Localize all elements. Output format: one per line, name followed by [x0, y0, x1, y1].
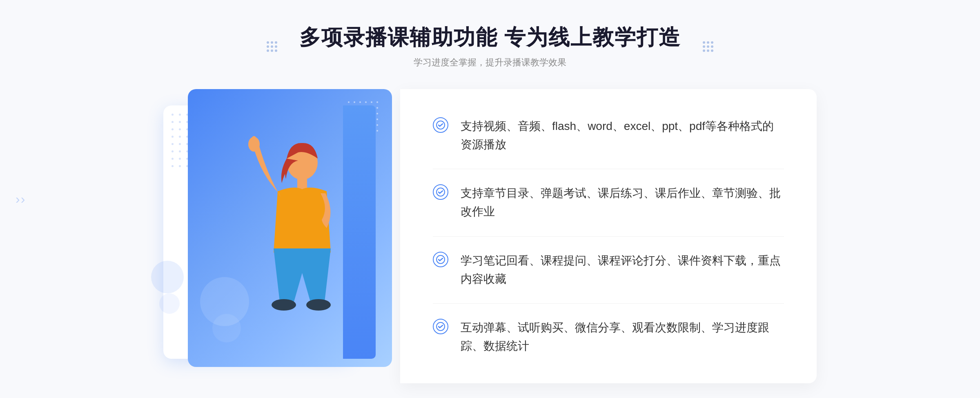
feature-text-2: 支持章节目录、弹题考试、课后练习、课后作业、章节测验、批改作业 — [461, 184, 784, 221]
divider-1 — [433, 169, 784, 169]
illustration-panel: ✦ ✦ — [163, 89, 400, 375]
feature-text-3: 学习笔记回看、课程提问、课程评论打分、课件资料下载，重点内容收藏 — [461, 252, 784, 288]
main-title: 多项录播课辅助功能 专为线上教学打造 — [299, 25, 681, 50]
svg-point-4 — [272, 299, 296, 311]
page-header: 多项录播课辅助功能 专为线上教学打造 学习进度全掌握，提升录播课教学效果 — [299, 25, 681, 69]
page-container: 多项录播课辅助功能 专为线上教学打造 学习进度全掌握，提升录播课教学效果 › › — [0, 0, 980, 398]
svg-point-5 — [306, 299, 331, 311]
feature-item-1: 支持视频、音频、flash、word、excel、ppt、pdf等各种格式的资源… — [433, 109, 784, 162]
features-panel: 支持视频、音频、flash、word、excel、ppt、pdf等各种格式的资源… — [400, 89, 817, 383]
content-area: ✦ ✦ — [163, 89, 817, 383]
header-dots-left — [267, 41, 277, 52]
divider-3 — [433, 303, 784, 304]
feature-item-4: 互动弹幕、试听购买、微信分享、观看次数限制、学习进度跟踪、数据统计 — [433, 311, 784, 364]
svg-rect-3 — [252, 136, 256, 148]
feature-item-2: 支持章节目录、弹题考试、课后练习、课后作业、章节测验、批改作业 — [433, 176, 784, 229]
feature-text-4: 互动弹幕、试听购买、微信分享、观看次数限制、学习进度跟踪、数据统计 — [461, 319, 784, 356]
check-icon-2 — [433, 184, 448, 200]
feature-text-1: 支持视频、音频、flash、word、excel、ppt、pdf等各种格式的资源… — [461, 117, 784, 154]
check-icon-1 — [433, 117, 448, 133]
sub-title: 学习进度全掌握，提升录播课教学效果 — [299, 56, 681, 69]
left-arrow-decoration: › › — [16, 192, 25, 206]
blue-stripe — [343, 105, 376, 359]
check-icon-3 — [433, 252, 448, 267]
header-dots-right — [703, 41, 713, 52]
circle-deco-outer-1 — [151, 261, 184, 293]
feature-item-3: 学习笔记回看、课程提问、课程评论打分、课件资料下载，重点内容收藏 — [433, 244, 784, 297]
check-icon-4 — [433, 319, 448, 334]
divider-2 — [433, 236, 784, 237]
